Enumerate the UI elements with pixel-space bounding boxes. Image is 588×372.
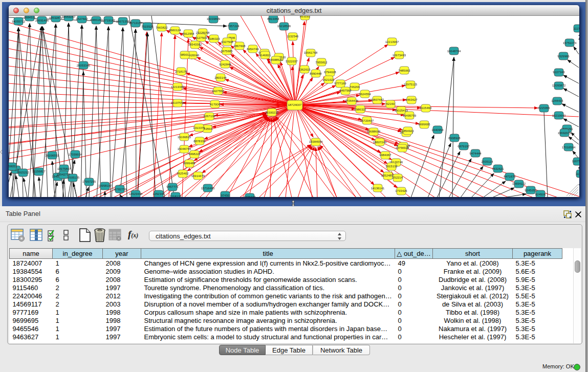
svg-text:10688609: 10688609 — [367, 130, 381, 133]
svg-text:2?364436: 2?364436 — [345, 99, 359, 102]
svg-text:252214: 252214 — [393, 176, 403, 179]
svg-text:7955812: 7955812 — [315, 61, 328, 64]
svg-text:9327508: 9327508 — [221, 40, 233, 43]
svg-text:98901: 98901 — [181, 53, 189, 56]
svg-text:10975867: 10975867 — [57, 167, 71, 170]
svg-text:7357224: 7357224 — [227, 25, 239, 28]
svg-text:20053346: 20053346 — [77, 64, 91, 67]
svg-text:1640954: 1640954 — [431, 128, 444, 132]
svg-text:9242848: 9242848 — [219, 63, 231, 66]
svg-text:12093872: 12093872 — [552, 84, 566, 87]
svg-text:1621022: 1621022 — [322, 78, 335, 81]
svg-text:16107553: 16107553 — [171, 101, 185, 104]
svg-text:1733426: 1733426 — [395, 189, 407, 192]
svg-text:8186323: 8186323 — [208, 37, 220, 40]
svg-text:9474444: 9474444 — [469, 152, 482, 155]
svg-text:18724007: 18724007 — [288, 103, 302, 106]
svg-text:111754: 111754 — [573, 27, 579, 30]
svg-text:9457771: 9457771 — [166, 185, 179, 188]
svg-text:14136141: 14136141 — [371, 187, 385, 190]
svg-text:15046763: 15046763 — [178, 147, 191, 150]
svg-text:19166825: 19166825 — [178, 136, 191, 139]
svg-text:9084067: 9084067 — [379, 154, 391, 157]
svg-text:9498222: 9498222 — [188, 152, 201, 156]
svg-text:16033809: 16033809 — [207, 17, 221, 20]
svg-text:12213967: 12213967 — [385, 40, 399, 43]
svg-text:10958107: 10958107 — [98, 184, 112, 187]
svg-text:7632621: 7632621 — [492, 167, 504, 170]
svg-text:110753: 110753 — [576, 172, 579, 176]
svg-text:20206551: 20206551 — [46, 154, 59, 157]
svg-text:1736444: 1736444 — [244, 195, 256, 197]
svg-text:10654112: 10654112 — [512, 182, 526, 185]
svg-text:9463627: 9463627 — [405, 98, 418, 101]
svg-text:20691406: 20691406 — [35, 19, 49, 22]
svg-text:9699695: 9699695 — [418, 123, 430, 126]
svg-text:9227343: 9227343 — [553, 71, 565, 74]
svg-text:8938928: 8938928 — [448, 137, 461, 140]
svg-text:1854923: 1854923 — [402, 129, 414, 133]
svg-text:16713155: 16713155 — [129, 21, 143, 25]
svg-text:15588520: 15588520 — [269, 58, 283, 61]
svg-text:17016504: 17016504 — [562, 146, 576, 149]
svg-text:3267130: 3267130 — [203, 115, 215, 118]
svg-text:8660124: 8660124 — [169, 29, 181, 32]
svg-text:8912954: 8912954 — [182, 32, 194, 35]
svg-text:8471676: 8471676 — [504, 175, 516, 178]
svg-text:10719185: 10719185 — [102, 19, 116, 22]
svg-text:5322037: 5322037 — [286, 60, 298, 63]
svg-text:2935114: 2935114 — [482, 160, 494, 163]
svg-text:8813054: 8813054 — [267, 17, 279, 20]
svg-text:7485063: 7485063 — [398, 69, 410, 72]
svg-text:9127503: 9127503 — [195, 36, 207, 39]
svg-text:8454749: 8454749 — [247, 48, 259, 51]
svg-text:7625402: 7625402 — [177, 172, 189, 175]
svg-text:3915212: 3915212 — [17, 171, 29, 174]
svg-text:9115460: 9115460 — [420, 106, 432, 110]
svg-text:16671355: 16671355 — [116, 20, 130, 23]
svg-text:6794028: 6794028 — [324, 71, 336, 74]
svg-text:417006: 417006 — [210, 103, 221, 106]
svg-text:16782759: 16782759 — [113, 188, 127, 191]
svg-text:16495759: 16495759 — [403, 114, 417, 117]
svg-text:2684511: 2684511 — [24, 16, 36, 19]
svg-text:1132546: 1132546 — [287, 35, 299, 38]
svg-text:12213383: 12213383 — [171, 85, 185, 89]
svg-text:1615132: 1615132 — [385, 165, 398, 168]
svg-text:16648784: 16648784 — [447, 50, 461, 53]
svg-text:3675685: 3675685 — [221, 50, 233, 53]
svg-text:10807487: 10807487 — [371, 98, 384, 101]
svg-text:9329966: 9329966 — [557, 55, 570, 58]
svg-text:1244415: 1244415 — [551, 99, 563, 102]
svg-text:1167533: 1167533 — [572, 160, 579, 163]
svg-text:14055712: 14055712 — [12, 20, 26, 23]
svg-text:25300215: 25300215 — [265, 111, 279, 114]
svg-text:7663822: 7663822 — [156, 26, 168, 29]
svg-text:9146821: 9146821 — [259, 54, 271, 57]
svg-text:10756928: 10756928 — [396, 146, 409, 149]
svg-text:9427552: 9427552 — [212, 90, 224, 93]
svg-text:853192: 853192 — [300, 16, 311, 18]
svg-text:1527602: 1527602 — [76, 17, 88, 20]
svg-text:8099489: 8099489 — [183, 162, 195, 165]
svg-text:6879197: 6879197 — [458, 145, 470, 148]
svg-text:10210643: 10210643 — [552, 114, 566, 117]
svg-text:15692971: 15692971 — [558, 132, 572, 135]
svg-text:12975115: 12975115 — [404, 83, 418, 86]
svg-text:6466160: 6466160 — [90, 18, 102, 21]
svg-text:17359934: 17359934 — [69, 153, 82, 156]
svg-text:1292344: 1292344 — [153, 192, 165, 195]
svg-text:158051: 158051 — [9, 165, 17, 168]
svg-text:2803144: 2803144 — [214, 76, 227, 79]
svg-text:62160: 62160 — [386, 102, 395, 105]
svg-text:2718176: 2718176 — [175, 70, 187, 73]
svg-text:12942737: 12942737 — [57, 173, 71, 176]
svg-text:9777169: 9777169 — [334, 82, 346, 85]
svg-text:10973493: 10973493 — [393, 54, 406, 57]
svg-text:12923448: 12923448 — [129, 192, 143, 195]
svg-text:1362615: 1362615 — [298, 68, 311, 71]
svg-text:10532871: 10532871 — [49, 16, 63, 19]
svg-text:1313376: 1313376 — [193, 126, 205, 129]
svg-text:7986322: 7986322 — [354, 108, 366, 111]
svg-text:6497568: 6497568 — [339, 89, 352, 92]
